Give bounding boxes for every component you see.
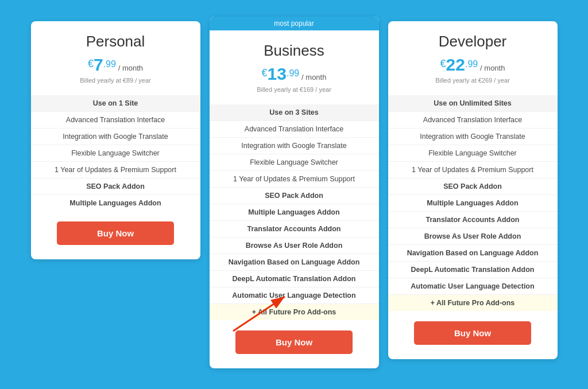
plan-price-business: €13.99 / month (215, 64, 373, 84)
feature-row: 1 Year of Updates & Premium Support (210, 170, 379, 187)
feature-row: Flexible Language Switcher (210, 154, 379, 170)
decimal-business: .99 (287, 68, 299, 78)
buy-now-personal[interactable]: Buy Now (57, 221, 174, 245)
features-table-developer: Use on Unlimited Sites Advanced Translat… (388, 95, 558, 311)
feature-row: Flexible Language Switcher (388, 145, 558, 161)
plan-name-personal: Personal (37, 33, 195, 50)
period-developer: / month (480, 64, 505, 72)
plan-header-developer: Developer €22.99 / month Billed yearly a… (388, 21, 558, 95)
feature-row: Integration with Google Translate (388, 128, 558, 145)
billed-business: Billed yearly at €169 / year (215, 86, 373, 93)
feature-row-bold: DeepL Automatic Translation Addon (210, 270, 379, 287)
feature-row-bold: SEO Pack Addon (31, 178, 200, 194)
buy-btn-container-business: Buy Now (210, 320, 379, 357)
amount-personal: 7 (94, 55, 103, 74)
billed-personal: Billed yearly at €89 / year (37, 77, 195, 84)
feature-row-bold: Browse As User Role Addon (388, 228, 558, 244)
feature-row: Advanced Translation Interface (210, 120, 379, 137)
site-limit-developer: Use on Unlimited Sites (388, 95, 558, 112)
billed-developer: Billed yearly at €269 / year (394, 77, 552, 84)
plan-name-developer: Developer (394, 33, 552, 50)
feature-row: Advanced Translation Interface (388, 111, 558, 128)
feature-row-bold: Translator Accounts Addon (210, 220, 379, 237)
currency-business: € (262, 67, 268, 79)
plan-price-developer: €22.99 / month (394, 55, 552, 75)
decimal-personal: .99 (103, 59, 116, 69)
amount-developer: 22 (446, 55, 465, 74)
most-popular-badge: most popular (210, 17, 379, 30)
decimal-developer: .99 (465, 59, 478, 69)
currency-personal: € (88, 58, 94, 69)
plan-card-business: most popular Business €13.99 / month Bil… (210, 17, 379, 368)
feature-row-bold: DeepL Automatic Translation Addon (388, 261, 558, 278)
feature-row-bold: Multiple Languages Addon (210, 204, 379, 220)
plan-header-business: Business €13.99 / month Billed yearly at… (210, 30, 379, 104)
plan-name-business: Business (215, 42, 373, 60)
feature-row: Flexible Language Switcher (31, 145, 200, 161)
feature-row: Integration with Google Translate (31, 128, 200, 145)
buy-btn-container-personal: Buy Now (31, 211, 200, 248)
plan-price-personal: €7.99 / month (37, 55, 195, 75)
feature-row: Integration with Google Translate (210, 137, 379, 154)
feature-row-bold: SEO Pack Addon (388, 178, 558, 194)
feature-row-highlight: + All Future Pro Add-ons (210, 304, 379, 320)
feature-row-bold: Browse As User Role Addon (210, 237, 379, 254)
period-personal: / month (118, 64, 143, 72)
feature-row-bold: SEO Pack Addon (210, 187, 379, 204)
feature-row-bold: Automatic User Language Detection (210, 287, 379, 304)
feature-row: 1 Year of Updates & Premium Support (388, 161, 558, 178)
buy-now-developer[interactable]: Buy Now (414, 321, 531, 345)
feature-row-bold: Multiple Languages Addon (31, 194, 200, 211)
buy-btn-container-developer: Buy Now (388, 311, 558, 348)
feature-row-bold: Translator Accounts Addon (388, 211, 558, 228)
feature-row: 1 Year of Updates & Premium Support (31, 161, 200, 178)
features-table-personal: Use on 1 Site Advanced Translation Inter… (31, 95, 200, 211)
buy-now-business[interactable]: Buy Now (235, 330, 353, 354)
site-limit-personal: Use on 1 Site (31, 95, 200, 112)
pricing-container: Personal €7.99 / month Billed yearly at … (3, 4, 585, 386)
plan-card-personal: Personal €7.99 / month Billed yearly at … (31, 21, 200, 259)
feature-row-bold: Multiple Languages Addon (388, 194, 558, 211)
currency-developer: € (440, 58, 446, 69)
plan-header-personal: Personal €7.99 / month Billed yearly at … (31, 21, 200, 95)
period-business: / month (301, 73, 326, 81)
features-table-business: Use on 3 Sites Advanced Translation Inte… (210, 104, 379, 320)
plan-card-developer: Developer €22.99 / month Billed yearly a… (388, 21, 558, 359)
feature-row-bold: Automatic User Language Detection (388, 278, 558, 294)
site-limit-business: Use on 3 Sites (210, 104, 379, 121)
feature-row: Advanced Translation Interface (31, 111, 200, 128)
feature-row-bold: Navigation Based on Language Addon (388, 244, 558, 261)
amount-business: 13 (268, 64, 287, 83)
feature-row-highlight: + All Future Pro Add-ons (388, 294, 558, 311)
feature-row-bold: Navigation Based on Language Addon (210, 254, 379, 270)
